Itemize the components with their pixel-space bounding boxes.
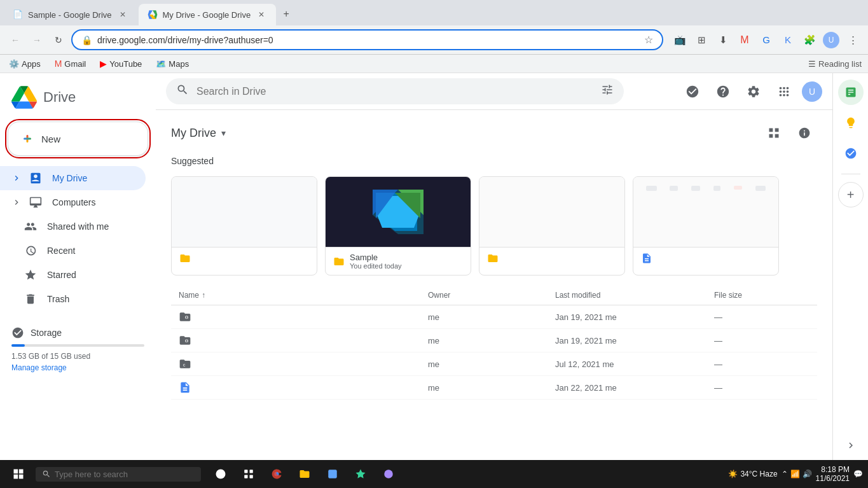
suggested-file-3[interactable] xyxy=(479,176,625,275)
info-button[interactable] xyxy=(792,120,817,146)
taskbar-search-bar[interactable] xyxy=(36,467,201,482)
svg-text:c: c xyxy=(183,362,186,368)
reload-button[interactable]: ↻ xyxy=(50,31,67,49)
tab-bar: 📄 Sample - Google Drive ✕ My Drive - Goo… xyxy=(0,0,868,25)
bookmark-youtube[interactable]: ▶ YouTube xyxy=(97,57,144,70)
right-panel-keep-icon[interactable] xyxy=(838,110,864,136)
nav-icons: 📺 ⊞ ⬇ M G K 🧩 U ⋮ xyxy=(671,31,862,49)
file-info-2: Sample You edited today xyxy=(326,247,471,275)
header-modified[interactable]: Last modified xyxy=(555,291,714,300)
bookmark-apps[interactable]: ⚙️ Apps xyxy=(6,58,43,70)
cell-name-1 xyxy=(179,310,428,323)
tab-1-close[interactable]: ✕ xyxy=(117,9,128,20)
right-panel-sheets-icon[interactable] xyxy=(838,80,864,105)
suggested-file-4[interactable] xyxy=(633,176,779,275)
sidebar-item-computers[interactable]: Computers xyxy=(0,190,146,214)
taskbar-chrome[interactable] xyxy=(263,463,290,485)
start-button[interactable] xyxy=(5,463,32,485)
address-bar[interactable]: 🔒 drive.google.com/drive/my-drive?authus… xyxy=(71,29,663,50)
user-avatar[interactable]: U xyxy=(802,81,822,102)
notification-icon[interactable]: 💬 xyxy=(853,470,863,478)
right-panel-expand-icon[interactable] xyxy=(838,433,864,458)
header-name[interactable]: Name ↑ xyxy=(179,291,428,300)
file-list-row-2[interactable]: me Jan 19, 2021 me — xyxy=(171,329,817,352)
sort-asc-icon: ↑ xyxy=(202,291,205,300)
download-icon[interactable]: ⬇ xyxy=(714,31,732,49)
grid-view-button[interactable] xyxy=(761,120,787,146)
sidebar-item-starred[interactable]: Starred xyxy=(0,263,146,287)
sidebar-item-trash[interactable]: Trash xyxy=(0,287,146,311)
nav-bar: ← → ↻ 🔒 drive.google.com/drive/my-drive?… xyxy=(0,25,868,55)
header-owner[interactable]: Owner xyxy=(428,291,555,300)
tab-search-icon[interactable]: ⊞ xyxy=(692,31,710,49)
sidebar-item-recent[interactable]: Recent xyxy=(0,239,146,263)
back-button[interactable]: ← xyxy=(6,31,24,49)
reading-list[interactable]: ☰ Reading list xyxy=(808,59,862,69)
settings-icon[interactable] xyxy=(741,79,766,104)
new-tab-button[interactable]: + xyxy=(277,5,295,23)
cell-size-1: — xyxy=(714,312,809,322)
taskbar-app1[interactable] xyxy=(319,463,346,485)
right-panel-tasks-icon[interactable] xyxy=(838,141,864,166)
top-bar-right: U xyxy=(680,79,822,104)
right-panel-add-button[interactable]: + xyxy=(838,182,864,207)
help-with-check-icon[interactable] xyxy=(680,79,705,104)
expand-computers-icon[interactable] xyxy=(11,197,22,207)
tab-2[interactable]: My Drive - Google Drive ✕ xyxy=(139,4,277,25)
filter-icon[interactable] xyxy=(601,83,614,99)
expand-my-drive-icon[interactable] xyxy=(11,173,22,183)
menu-button[interactable]: ⋮ xyxy=(844,31,862,49)
trash-icon xyxy=(24,293,37,305)
file-list-row-3[interactable]: c me Jul 12, 2021 me — xyxy=(171,352,817,376)
bookmark-maps[interactable]: 🗺️ Maps xyxy=(153,58,191,70)
file-list-row-1[interactable]: me Jan 19, 2021 me — xyxy=(171,305,817,329)
taskbar-search-input[interactable] xyxy=(55,470,195,479)
cell-owner-4: me xyxy=(428,383,555,393)
cast-icon[interactable]: 📺 xyxy=(671,31,689,49)
taskbar-search-widget[interactable] xyxy=(207,463,234,485)
manage-storage-link[interactable]: Manage storage xyxy=(11,363,144,372)
shared-with-me-icon xyxy=(24,220,37,233)
profile-icon-1[interactable]: K xyxy=(779,31,797,49)
translate-icon[interactable]: G xyxy=(757,31,775,49)
taskbar-clock[interactable]: 8:18 PM 11/6/2021 xyxy=(816,465,850,483)
taskbar-app3[interactable] xyxy=(375,463,402,485)
taskbar-task-view[interactable] xyxy=(235,463,262,485)
suggested-section-title: Suggested xyxy=(156,151,832,171)
sidebar-item-my-drive[interactable]: My Drive xyxy=(0,166,146,190)
sidebar-item-shared-with-me[interactable]: Shared with me xyxy=(0,214,146,239)
gmail-icon[interactable]: M xyxy=(736,31,754,49)
systray-up-icon[interactable]: ⌃ xyxy=(782,470,788,478)
header-modified-label: Last modified xyxy=(555,291,600,300)
header-filesize[interactable]: File size xyxy=(714,291,809,300)
new-button[interactable]: New xyxy=(8,122,148,156)
file-icon-2 xyxy=(333,256,345,267)
google-apps-icon[interactable] xyxy=(771,79,797,104)
help-icon[interactable] xyxy=(710,79,736,104)
search-input[interactable] xyxy=(196,86,593,97)
svg-rect-12 xyxy=(244,470,247,473)
weather-text: 34°C Haze xyxy=(740,470,777,478)
tab-1[interactable]: 📄 Sample - Google Drive ✕ xyxy=(4,4,137,25)
file-list-row-4[interactable]: me Jan 22, 2021 me — xyxy=(171,376,817,400)
header-owner-label: Owner xyxy=(428,291,450,300)
profile-avatar[interactable]: U xyxy=(822,31,840,49)
suggested-file-1[interactable] xyxy=(171,176,317,275)
tab-2-title: My Drive - Google Drive xyxy=(163,10,251,20)
new-button-wrapper: New xyxy=(0,122,156,166)
search-bar[interactable] xyxy=(166,78,624,104)
taskbar-explorer[interactable] xyxy=(291,463,318,485)
network-icon[interactable]: 📶 xyxy=(790,470,800,478)
taskbar-app2[interactable] xyxy=(347,463,374,485)
tab-2-close[interactable]: ✕ xyxy=(256,9,267,20)
title-dropdown-icon[interactable]: ▾ xyxy=(221,128,226,138)
thumb-4 xyxy=(633,177,778,247)
extensions-icon[interactable]: 🧩 xyxy=(801,31,818,49)
bookmark-gmail[interactable]: M Gmail xyxy=(52,57,89,70)
volume-icon[interactable]: 🔊 xyxy=(803,470,812,478)
suggested-file-2[interactable]: Sample You edited today xyxy=(325,176,471,275)
gmail-bookmark-icon: M xyxy=(55,59,62,69)
file-card-details: Sample You edited today xyxy=(350,253,402,270)
forward-button[interactable]: → xyxy=(28,31,46,49)
star-icon[interactable]: ☆ xyxy=(644,34,653,46)
